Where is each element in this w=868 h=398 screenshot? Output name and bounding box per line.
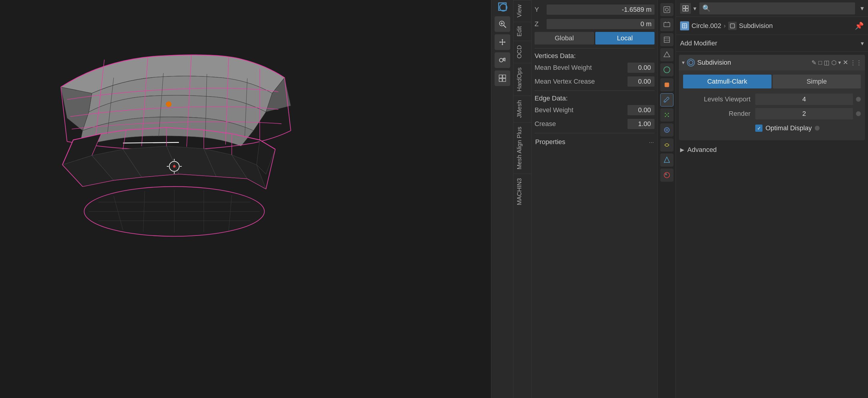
modifier-properties-icon[interactable]: [660, 93, 674, 107]
breadcrumb-modifier-name: Subdivision: [739, 22, 773, 30]
grid-button[interactable]: [495, 70, 510, 86]
tab-edit[interactable]: Edit: [514, 22, 531, 40]
modifier-panel-header: ▾ ▾: [676, 0, 868, 17]
optimal-display-row: ✓ Optimal Display: [683, 121, 861, 135]
svg-rect-87: [689, 60, 693, 65]
photo-icon[interactable]: ⬡: [831, 59, 836, 66]
global-button[interactable]: Global: [534, 32, 594, 45]
viewport-area[interactable]: [0, 0, 513, 398]
mean-vertex-crease-value[interactable]: 0.00: [627, 77, 654, 87]
advanced-arrow: ▶: [680, 146, 684, 153]
y-value[interactable]: -1.6589 m: [547, 4, 654, 15]
render-properties-icon[interactable]: [660, 3, 674, 16]
divider-3: [534, 133, 654, 133]
advanced-label: Advanced: [687, 146, 717, 154]
edit-icon[interactable]: ✎: [811, 59, 816, 66]
material-icon[interactable]: [660, 168, 674, 182]
svg-point-78: [665, 173, 667, 175]
mod-side-icons: [657, 0, 676, 398]
mod-type-icon: [687, 59, 695, 66]
levels-viewport-dot: [856, 97, 861, 102]
viewport-toolbar: [491, 0, 513, 398]
mod-chevron[interactable]: ▾: [838, 59, 841, 66]
tab-hardops[interactable]: HardOps: [514, 63, 531, 96]
svg-rect-54: [499, 75, 502, 78]
render-dot: [856, 111, 861, 116]
mesh-icon: [680, 21, 689, 30]
z-value[interactable]: 0 m: [547, 19, 654, 29]
type-selector-row: Catmull-Clark Simple: [683, 75, 861, 88]
y-coord-row: Y -1.6589 m: [534, 3, 654, 16]
object-data-icon[interactable]: [660, 153, 674, 167]
mean-bevel-weight-label: Mean Bevel Weight: [534, 64, 627, 72]
properties-label: Properties: [535, 138, 565, 146]
z-label: Z: [534, 20, 547, 28]
svg-point-67: [664, 67, 670, 73]
svg-point-71: [668, 113, 669, 114]
bevel-weight-label: Bevel Weight: [534, 106, 627, 114]
svg-line-49: [504, 25, 506, 28]
vertices-section-header: Vertices Data:: [534, 50, 654, 61]
properties-dots[interactable]: ···: [649, 139, 654, 146]
tab-machin3[interactable]: MACHIN3: [514, 174, 531, 209]
world-properties-icon[interactable]: [660, 63, 674, 77]
bevel-weight-row: Bevel Weight 0.00: [534, 104, 654, 117]
levels-viewport-label: Levels Viewport: [683, 95, 755, 103]
render-label: Render: [683, 110, 755, 118]
modifier-search-input[interactable]: [699, 2, 855, 15]
collapse-arrow[interactable]: ▾: [682, 59, 685, 66]
modifier-card-body: Catmull-Clark Simple Levels Viewport 4 R…: [679, 70, 865, 140]
svg-point-69: [664, 102, 665, 102]
edge-section-header: Edge Data:: [534, 93, 654, 104]
mean-vertex-crease-row: Mean Vertex Crease 0.00: [534, 75, 654, 88]
catmull-clark-button[interactable]: Catmull-Clark: [683, 75, 772, 88]
output-properties-icon[interactable]: [660, 18, 674, 31]
simple-button[interactable]: Simple: [773, 75, 861, 88]
tab-ocd[interactable]: OCD: [514, 40, 531, 63]
header-chevron[interactable]: ▾: [693, 5, 696, 12]
svg-rect-82: [686, 9, 688, 11]
add-modifier-label: Add Modifier: [680, 39, 861, 47]
tab-mesh-align[interactable]: Mesh Align Plus: [514, 122, 531, 174]
optimal-display-checkbox[interactable]: ✓: [755, 124, 763, 132]
render-value[interactable]: 2: [755, 108, 853, 119]
breadcrumb-arrow: ›: [724, 22, 726, 29]
particles-icon[interactable]: [660, 108, 674, 121]
tab-jmesh[interactable]: JMesh: [514, 96, 531, 122]
scene-properties-icon[interactable]: [660, 48, 674, 61]
physics-icon[interactable]: [660, 123, 674, 137]
pin-icon[interactable]: 📌: [855, 22, 864, 30]
view-mode-icon[interactable]: [680, 3, 691, 14]
svg-point-77: [664, 172, 670, 178]
tab-view[interactable]: View: [514, 0, 531, 22]
modifier-breadcrumb: Circle.002 › Subdivision 📌: [676, 17, 868, 35]
crease-value[interactable]: 1.00: [627, 119, 654, 129]
advanced-row[interactable]: ▶ Advanced: [676, 143, 868, 157]
object-properties-icon[interactable]: [660, 78, 674, 91]
breadcrumb-object-name: Circle.002: [691, 22, 721, 30]
mod-options-button[interactable]: ⋮⋮: [850, 59, 862, 66]
modifier-action-icons: ✎ □ ◫ ⬡ ▾ ✕ ⋮⋮: [811, 59, 862, 66]
divider-1: [534, 48, 654, 49]
view-layer-icon[interactable]: [660, 33, 674, 46]
levels-viewport-value[interactable]: 4: [755, 93, 853, 105]
svg-rect-68: [665, 83, 669, 87]
mod-close-button[interactable]: ✕: [843, 59, 848, 66]
svg-point-70: [665, 113, 666, 114]
camera-button[interactable]: [495, 52, 510, 68]
svg-point-76: [666, 129, 668, 131]
add-modifier-bar[interactable]: Add Modifier ▾: [676, 35, 868, 52]
zoom-button[interactable]: [495, 16, 510, 32]
local-button[interactable]: Local: [595, 32, 655, 45]
modifier-panel: ▾ ▾ Circle.002 ›: [676, 0, 868, 398]
bevel-weight-value[interactable]: 0.00: [627, 105, 654, 115]
mean-bevel-weight-value[interactable]: 0.00: [627, 63, 654, 73]
constraints-icon[interactable]: [660, 138, 674, 152]
n-panel: Y -1.6589 m Z 0 m Global Local Vertices …: [531, 0, 657, 398]
crease-label: Crease: [534, 120, 627, 128]
search-expand-icon[interactable]: ▾: [861, 4, 864, 12]
pan-button[interactable]: [495, 34, 510, 50]
render-icon[interactable]: □: [818, 59, 822, 66]
viewport-icon[interactable]: ◫: [824, 59, 830, 66]
optimal-display-label: Optimal Display: [766, 124, 812, 132]
